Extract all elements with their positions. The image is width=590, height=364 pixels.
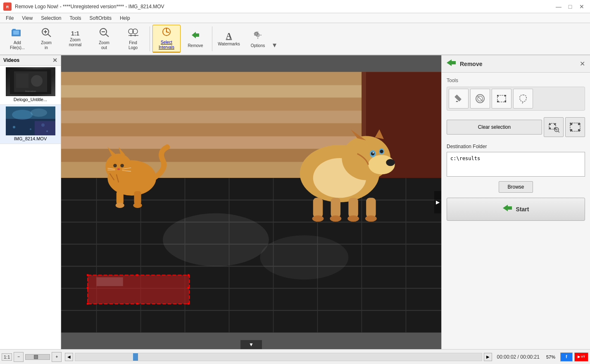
- svg-rect-116: [87, 303, 88, 305]
- clear-selection-row: Clear selection: [447, 117, 585, 137]
- video-label-1: Delogo_Untitle...: [2, 96, 59, 103]
- options-icon: [252, 30, 263, 43]
- scroll-down-arrow[interactable]: ▼: [240, 340, 262, 349]
- list-item[interactable]: IMG_8214.MOV: [0, 105, 61, 144]
- svg-rect-135: [549, 123, 551, 125]
- zoom-level-area: 57%: [543, 355, 559, 359]
- zoom-out-icon: [99, 27, 109, 40]
- svg-rect-122: [97, 277, 123, 286]
- toolbox-content: Tools: [442, 73, 590, 349]
- find-logo-label: FindLogo: [128, 40, 138, 50]
- svg-text:Animation: Animation: [25, 90, 36, 92]
- svg-rect-144: [570, 123, 572, 125]
- svg-rect-3: [12, 29, 16, 31]
- lasso-tool-button[interactable]: [513, 89, 533, 109]
- app-icon: R: [3, 2, 12, 11]
- zoom-out-button[interactable]: Zoomout: [90, 25, 118, 53]
- svg-point-109: [330, 215, 341, 222]
- status-left: 1:1 − +: [0, 352, 63, 362]
- add-files-button[interactable]: AddFile(s)...: [3, 25, 31, 53]
- svg-rect-16: [131, 35, 131, 36]
- svg-marker-123: [447, 59, 456, 66]
- svg-rect-120: [136, 274, 138, 276]
- menu-tools[interactable]: Tools: [66, 14, 86, 22]
- svg-point-81: [117, 168, 120, 170]
- zoom-to-selection-button[interactable]: [544, 117, 564, 137]
- remove-button[interactable]: Remove: [181, 25, 209, 53]
- tools-section-label: Tools: [447, 78, 585, 83]
- svg-rect-133: [504, 101, 506, 102]
- watermarks-button[interactable]: A Watermarks: [215, 25, 243, 53]
- find-logo-icon: [128, 27, 138, 40]
- find-logo-button[interactable]: FindLogo: [119, 25, 147, 53]
- scroll-right-arrow[interactable]: ▶: [434, 191, 441, 213]
- destination-folder-input[interactable]: c:\results: [447, 152, 585, 177]
- svg-rect-131: [504, 95, 506, 97]
- maximize-button[interactable]: □: [565, 2, 575, 12]
- minimize-button[interactable]: —: [554, 2, 564, 12]
- toolbox-close-button[interactable]: ✕: [580, 60, 585, 68]
- window-title: Remove Logo Now! - ****Unregistered vers…: [15, 4, 164, 9]
- bottom-bar: 1:1 − + ◀ ▶ 00:00:02 / 00:00:21 57% f ▶ …: [0, 349, 590, 364]
- list-item[interactable]: Animation Delogo_Untitle...: [0, 66, 61, 105]
- ratio-display: 1:1: [2, 353, 12, 361]
- toolbox-panel: Remove ✕ Tools: [441, 55, 590, 349]
- svg-marker-148: [503, 205, 512, 211]
- zoom-slider[interactable]: [25, 354, 50, 360]
- svg-point-40: [13, 126, 15, 128]
- destination-folder-section: Destination Folder c:\results Browse: [447, 144, 585, 193]
- toolbox-remove-icon: [447, 59, 457, 69]
- options-label: Options: [251, 43, 265, 48]
- menu-view[interactable]: View: [18, 14, 37, 22]
- svg-marker-125: [456, 101, 458, 102]
- bottom-icons: f ▶ YT: [559, 352, 590, 362]
- close-button[interactable]: ✕: [577, 2, 587, 12]
- svg-point-76: [105, 154, 132, 180]
- svg-point-90: [116, 203, 124, 208]
- svg-rect-104: [313, 198, 323, 217]
- svg-line-11: [106, 34, 109, 37]
- svg-text:+: +: [47, 28, 48, 31]
- svg-rect-121: [136, 303, 138, 305]
- svg-rect-118: [87, 287, 88, 288]
- social-icon-button-1[interactable]: f: [560, 352, 573, 362]
- menu-softorbits[interactable]: SoftOrbits: [86, 14, 116, 22]
- video-scene: ▶ ▼: [61, 55, 441, 349]
- menu-file[interactable]: File: [2, 14, 18, 22]
- start-icon: [503, 204, 513, 215]
- options-button[interactable]: Options: [244, 25, 272, 53]
- svg-point-73: [163, 213, 269, 266]
- scrollbar-thumb[interactable]: [133, 353, 138, 361]
- svg-rect-117: [188, 303, 189, 305]
- main-layout: Videos ✕ Animation Delogo_Untitle...: [0, 55, 590, 349]
- social-icon-button-2[interactable]: ▶ YT: [574, 352, 588, 362]
- menu-selection[interactable]: Selection: [37, 14, 65, 22]
- browse-button[interactable]: Browse: [499, 181, 533, 193]
- select-intervals-button[interactable]: SelectIntervals: [152, 25, 181, 53]
- scroll-right-button[interactable]: ▶: [484, 353, 492, 361]
- eraser-tool-button[interactable]: [470, 89, 490, 109]
- videos-panel: Videos ✕ Animation Delogo_Untitle...: [0, 55, 61, 349]
- svg-marker-23: [192, 32, 199, 38]
- svg-rect-119: [188, 287, 189, 288]
- start-button[interactable]: Start: [447, 198, 585, 221]
- zoom-normal-button[interactable]: 1:1 Zoomnormal: [61, 25, 89, 53]
- zoom-in-button[interactable]: + Zoomin: [32, 25, 60, 53]
- menu-help[interactable]: Help: [116, 14, 134, 22]
- pencil-tool-button[interactable]: [449, 89, 469, 109]
- svg-rect-32: [16, 73, 29, 88]
- zoom-minus-button[interactable]: −: [14, 352, 24, 362]
- timeline-scrollbar[interactable]: [75, 353, 482, 361]
- svg-rect-146: [570, 129, 572, 131]
- rect-select-tool-button[interactable]: [492, 89, 511, 109]
- scroll-left-button[interactable]: ◀: [65, 353, 73, 361]
- videos-panel-close[interactable]: ✕: [52, 57, 57, 64]
- fit-selection-button[interactable]: [565, 117, 585, 137]
- video-label-2: IMG_8214.MOV: [2, 135, 59, 142]
- svg-rect-107: [366, 198, 376, 217]
- zoom-normal-icon: 1:1: [71, 30, 79, 37]
- svg-point-79: [113, 164, 117, 168]
- zoom-plus-button[interactable]: +: [52, 352, 62, 362]
- toolbar-separator-1: [150, 26, 150, 51]
- clear-selection-button[interactable]: Clear selection: [447, 120, 542, 135]
